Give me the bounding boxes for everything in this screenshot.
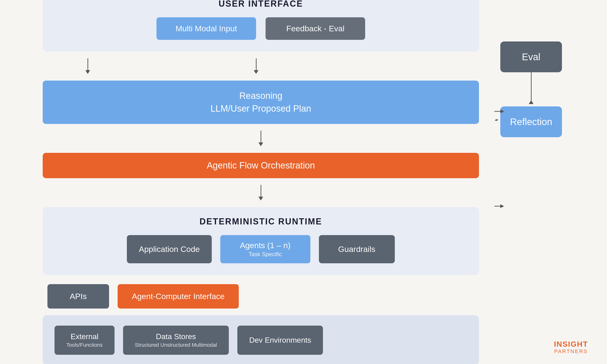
datastores-sub: Structured Unstructured Multimodal [135,342,217,348]
application-code-button[interactable]: Application Code [127,235,211,263]
logo-partners-text: PARTNERS [554,348,588,354]
user-interface-section: USER INTERFACE Multi Modal Input Feedbac… [43,0,479,52]
api-aci-row: APIs Agent-Computer Interface [43,284,479,309]
external-row: External Tools/Functions Data Stores Str… [54,325,467,355]
agentic-flow-box: Agentic Flow Orchestration [43,153,479,178]
arrow-head-3 [258,143,263,146]
arrow-feedback-down [254,58,258,74]
deterministic-runtime-section: DETERMINISTIC RUNTIME Application Code A… [43,207,479,275]
datastores-label: Data Stores [156,332,196,341]
deterministic-buttons-row: Application Code Agents (1 – n) Task Spe… [54,235,467,263]
apis-button[interactable]: APIs [47,284,109,309]
arrow-line-3 [261,130,261,143]
agents-sub: Task Specific [232,251,299,258]
dev-environments-button[interactable]: Dev Environments [237,325,323,355]
agentic-flow-label: Agentic Flow Orchestration [207,160,315,170]
agents-button[interactable]: Agents (1 – n) Task Specific [220,235,310,263]
arrow-head-4 [258,197,263,200]
det-section-title: DETERMINISTIC RUNTIME [54,217,467,227]
data-stores-button[interactable]: Data Stores Structured Unstructured Mult… [123,325,229,355]
vertical-connector-line [531,72,532,101]
multi-modal-input-button[interactable]: Multi Modal Input [157,17,256,40]
external-sub: Tools/Functions [66,342,103,348]
arrow-down-agentic [258,185,263,200]
eval-box: Eval [500,41,562,72]
ui-section-title: USER INTERFACE [54,0,467,9]
arrow-line-2 [256,58,257,70]
arrow-line-4 [261,185,261,197]
insight-partners-logo: INSIGHT PARTNERS [554,340,588,354]
feedback-eval-button[interactable]: Feedback - Eval [265,17,365,40]
arrow-agentic-down [43,185,479,200]
reflection-box: Reflection [500,106,562,137]
aci-button[interactable]: Agent-Computer Interface [118,284,239,309]
arrow-reasoning-down [43,130,479,146]
reasoning-line2: LLM/User Proposed Plan [211,104,311,114]
external-label: External [71,332,98,341]
arrow-line-1 [88,58,88,70]
arrow-multi-modal-down [85,58,90,74]
reasoning-box: Reasoning LLM/User Proposed Plan [43,80,479,124]
guardrails-button[interactable]: Guardrails [319,235,395,263]
right-column: Eval Reflection [498,41,564,137]
reasoning-line1: Reasoning [239,91,282,101]
logo-insight-text: INSIGHT [554,340,588,348]
arrow-down-center [258,130,263,146]
arrows-from-ui [43,58,479,74]
external-tools-button[interactable]: External Tools/Functions [54,325,115,355]
ui-buttons-row: Multi Modal Input Feedback - Eval [54,17,467,40]
external-tools-section: External Tools/Functions Data Stores Str… [43,315,479,364]
agents-label: Agents (1 – n) [240,241,291,250]
arrow-head-1 [85,70,90,74]
arrow-head-2 [254,70,258,74]
eval-label: Eval [522,52,540,62]
reflection-label: Reflection [510,117,552,127]
arrow-up-to-eval [529,100,533,104]
